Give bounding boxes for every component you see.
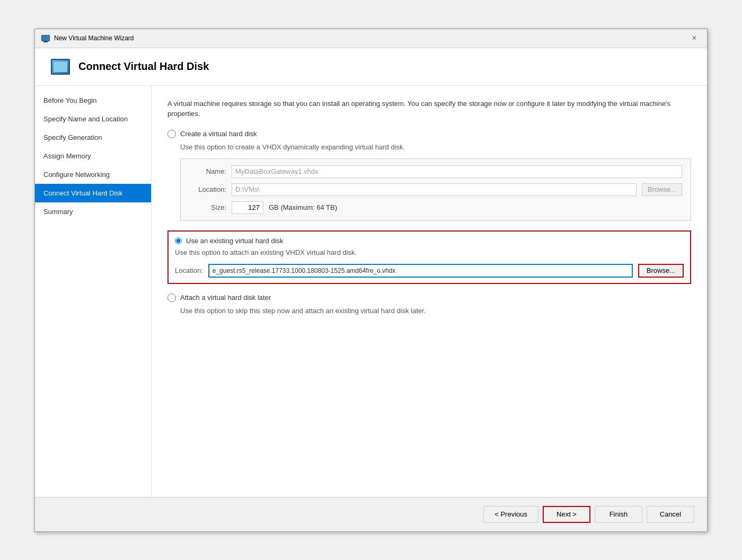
attach-later-label: Attach a virtual hard disk later: [180, 294, 271, 301]
attach-later-description: Use this option to skip this step now an…: [180, 306, 691, 316]
header-section: Connect Virtual Hard Disk: [35, 48, 707, 86]
create-new-label: Create a virtual hard disk: [180, 130, 257, 138]
attach-later-radio-label[interactable]: Attach a virtual hard disk later: [167, 294, 691, 302]
attach-later-section: Attach a virtual hard disk later Use thi…: [167, 294, 691, 316]
sidebar-item-connect-vhd[interactable]: Connect Virtual Hard Disk: [35, 184, 151, 202]
size-input[interactable]: [232, 201, 263, 214]
create-new-description: Use this option to create a VHDX dynamic…: [180, 143, 691, 152]
close-button[interactable]: ×: [688, 32, 701, 45]
location-input[interactable]: [232, 183, 637, 196]
sidebar-item-assign-memory[interactable]: Assign Memory: [35, 147, 151, 165]
content-area: A virtual machine requires storage so th…: [152, 86, 707, 497]
footer: < Previous Next > Finish Cancel: [35, 497, 707, 531]
existing-location-input[interactable]: [208, 264, 633, 278]
header-icon: [51, 59, 70, 75]
sidebar-item-configure-networking[interactable]: Configure Networking: [35, 165, 151, 184]
finish-button[interactable]: Finish: [595, 506, 642, 523]
existing-location-label: Location:: [175, 266, 203, 274]
use-existing-label: Use an existing virtual hard disk: [186, 237, 284, 245]
create-new-box: Name: Location: Browse... Size: GB (Maxi…: [180, 158, 691, 221]
size-label: Size:: [189, 203, 226, 211]
window-title: New Virtual Machine Wizard: [54, 34, 134, 42]
existing-location-row: Location: Browse...: [175, 264, 684, 278]
sidebar: Before You Begin Specify Name and Locati…: [35, 86, 152, 497]
sidebar-item-specify-generation[interactable]: Specify Generation: [35, 128, 151, 147]
use-existing-radio[interactable]: [175, 237, 182, 244]
main-content: Before You Begin Specify Name and Locati…: [35, 86, 707, 497]
next-button[interactable]: Next >: [543, 506, 590, 523]
header-title: Connect Virtual Hard Disk: [78, 60, 209, 73]
existing-browse-button[interactable]: Browse...: [638, 264, 684, 278]
title-bar-left: New Virtual Machine Wizard: [41, 34, 134, 42]
create-new-radio-label[interactable]: Create a virtual hard disk: [167, 130, 691, 138]
title-bar: New Virtual Machine Wizard ×: [35, 29, 707, 48]
use-existing-radio-label[interactable]: Use an existing virtual hard disk: [175, 237, 684, 245]
name-input[interactable]: [232, 165, 682, 178]
main-description: A virtual machine requires storage so th…: [167, 99, 691, 119]
size-unit: GB (Maximum: 64 TB): [269, 203, 337, 211]
name-field-row: Name:: [189, 165, 682, 178]
sidebar-item-specify-name[interactable]: Specify Name and Location: [35, 110, 151, 128]
location-browse-button[interactable]: Browse...: [642, 183, 682, 196]
create-new-section: Create a virtual hard disk Use this opti…: [167, 130, 691, 221]
cancel-button[interactable]: Cancel: [647, 506, 694, 523]
attach-later-radio[interactable]: [167, 294, 176, 302]
window-icon: [41, 35, 50, 41]
use-existing-section: Use an existing virtual hard disk Use th…: [167, 230, 691, 284]
use-existing-description: Use this option to attach an existing VH…: [175, 248, 684, 257]
location-field-row: Location: Browse...: [189, 183, 682, 196]
wizard-window: New Virtual Machine Wizard × Connect Vir…: [34, 29, 708, 532]
sidebar-item-before-you-begin[interactable]: Before You Begin: [35, 91, 151, 110]
sidebar-item-summary[interactable]: Summary: [35, 202, 151, 221]
size-field-row: Size: GB (Maximum: 64 TB): [189, 201, 682, 214]
name-label: Name:: [189, 167, 226, 175]
previous-button[interactable]: < Previous: [483, 506, 538, 523]
create-new-radio[interactable]: [167, 130, 176, 138]
location-label: Location:: [189, 185, 226, 193]
